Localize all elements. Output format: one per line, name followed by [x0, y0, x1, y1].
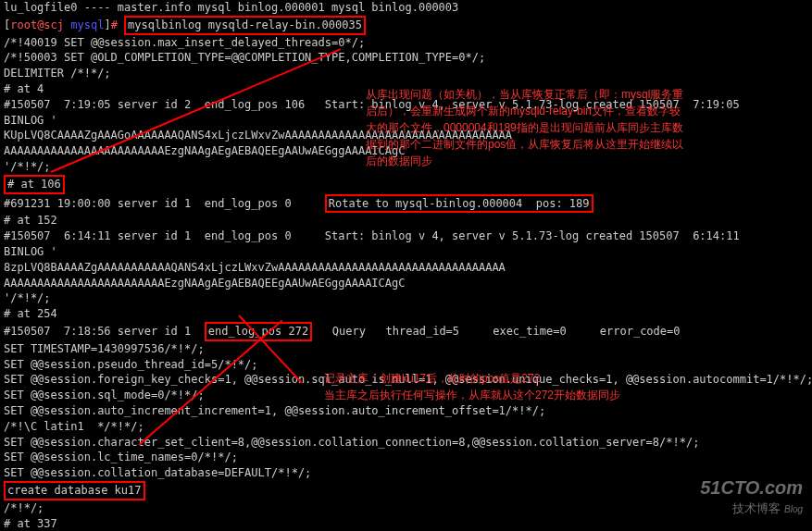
rotate-highlight: Rotate to mysql-binlog.000004 pos: 189	[325, 194, 593, 214]
annotation-text: 大的那个文件，0000004和189指的是出现问题前从库同步主库数	[366, 119, 810, 136]
output-line: #150507 6:14:11 server id 1 end_log_pos …	[4, 228, 808, 244]
watermark-main: 51CTO.com	[700, 475, 803, 500]
annotation-text: 当主库之后执行任何写操作，从库就从这个272开始数据同步	[324, 387, 787, 403]
output-line: SET @@session.auto_increment_increment=1…	[4, 403, 808, 419]
create-ku17-box: create database ku17	[4, 481, 808, 500]
output-line: SET @@session.collation_database=DEFAULT…	[4, 465, 808, 481]
prompt-path: mysql	[70, 19, 104, 31]
rotate-line: #691231 19:00:00 server id 1 end_log_pos…	[4, 194, 808, 214]
prompt-user: root@scj	[10, 19, 64, 31]
output-text: Query thread_id=5 exec_time=0 error_code…	[312, 325, 680, 338]
output-line: '/*!*/;	[4, 290, 808, 306]
annotation-pos272: 记录主库：创建ku17后，此时的pos值是272 当主库之后执行任何写操作，从库…	[324, 370, 787, 403]
output-text: #150507 7:18:56 server id 1	[4, 325, 205, 338]
annotation-text: 从库出现问题（如关机），当从库恢复正常后（即：mysql服务重	[366, 86, 810, 103]
annotation-text: 记录主库：创建ku17后，此时的pos值是272	[324, 370, 787, 387]
output-line: /*!*/;	[4, 500, 808, 516]
annotation-relay-bin: 从库出现问题（如关机），当从库恢复正常后（即：mysql服务重 启后），会重新生…	[366, 86, 810, 169]
output-line: # at 152	[4, 213, 808, 228]
output-line: # at 254	[4, 306, 808, 322]
output-line: /*!50003 SET @OLD_COMPLETION_TYPE=@@COMP…	[4, 50, 808, 66]
watermark-sub: 技术博客 Blog	[700, 500, 803, 517]
at106-highlight: # at 106	[4, 175, 65, 194]
command-highlight: mysqlbinlog mysqld-relay-bin.000035	[124, 16, 366, 35]
output-line: /*!40019 SET @@session.max_insert_delaye…	[4, 35, 808, 51]
annotation-text: 据到的那个二进制文件的pos值，从库恢复后将从这里开始继续以	[366, 136, 810, 153]
at106-box: # at 106	[4, 175, 808, 194]
output-line: /*!\C latin1 */*!*/;	[4, 419, 808, 435]
output-line: BINLOG '	[4, 244, 808, 260]
output-line: DELIMITER /*!*/;	[4, 66, 808, 81]
output-line: lu_logfile0 ---- master.info mysql binlo…	[4, 0, 808, 16]
annotation-text: 启后），会重新生成两个新的mysqld-relay-bin文件，查看数字较	[366, 103, 810, 119]
query-line: #150507 7:18:56 server id 1 end_log_pos …	[4, 322, 808, 341]
prompt-hash: #	[111, 19, 118, 31]
output-line: SET @@session.character_set_client=8,@@s…	[4, 435, 808, 451]
output-line: 8zpLVQ8BAAAAZgAAAAAAAAAAAQANS4xLjczLWxvZ…	[4, 260, 808, 276]
watermark: 51CTO.com 技术博客 Blog	[700, 475, 803, 517]
prompt-line: [root@scj mysql]# mysqlbinlog mysqld-rel…	[4, 16, 808, 35]
output-text: #691231 19:00:00 server id 1 end_log_pos…	[4, 197, 325, 210]
output-line: SET TIMESTAMP=1430997536/*!*/;	[4, 341, 808, 357]
output-line: # at 337	[4, 516, 808, 532]
output-line: SET @@session.lc_time_names=0/*!*/;	[4, 450, 808, 465]
output-line: AAAAAAAAAAAAAAAAAAAAAAAAEzgNAAgAEgAEBAQE…	[4, 276, 808, 291]
createku17-highlight: create database ku17	[4, 481, 145, 500]
annotation-text: 后的数据同步	[366, 153, 810, 169]
